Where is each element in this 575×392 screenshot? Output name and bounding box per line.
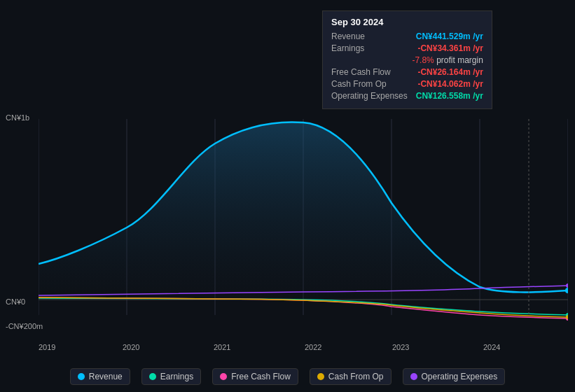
legend-revenue-label: Revenue: [89, 372, 123, 382]
tooltip-box: Sep 30 2024 Revenue CN¥441.529m /yr Earn…: [322, 10, 492, 109]
legend-fcf-dot: [220, 373, 227, 380]
chart-legend: Revenue Earnings Free Cash Flow Cash Fro…: [0, 368, 575, 385]
tooltip-earnings-row: Earnings -CN¥34.361m /yr: [331, 43, 483, 53]
legend-opex-label: Operating Expenses: [422, 372, 498, 382]
earnings-label: Earnings: [331, 43, 364, 53]
yaxis-zero-label: CN¥0: [6, 298, 25, 306]
legend-earnings-dot: [149, 373, 156, 380]
profit-margin-row: -7.8% profit margin: [331, 55, 483, 65]
yaxis-top-label: CN¥1b: [6, 113, 29, 122]
earnings-value: -CN¥34.361m /yr: [417, 43, 483, 53]
tooltip-opex-row: Operating Expenses CN¥126.558m /yr: [331, 91, 483, 101]
cashfromop-value: -CN¥14.062m /yr: [417, 79, 483, 89]
opex-label: Operating Expenses: [331, 91, 408, 101]
svg-point-9: [566, 284, 568, 288]
chart-container: Sep 30 2024 Revenue CN¥441.529m /yr Earn…: [0, 0, 575, 392]
xaxis-2023: 2023: [392, 343, 409, 351]
yaxis-bottom-label: -CN¥200m: [6, 322, 43, 330]
legend-fcf-label: Free Cash Flow: [231, 372, 291, 382]
revenue-value: CN¥441.529m /yr: [416, 31, 483, 41]
legend-fcf[interactable]: Free Cash Flow: [212, 368, 298, 385]
cashfromop-label: Cash From Op: [331, 79, 387, 89]
legend-cashfromop-label: Cash From Op: [328, 372, 384, 382]
legend-opex[interactable]: Operating Expenses: [403, 368, 506, 385]
xaxis-2021: 2021: [214, 343, 230, 351]
tooltip-revenue-row: Revenue CN¥441.529m /yr: [331, 31, 483, 41]
tooltip-fcf-row: Free Cash Flow -CN¥26.164m /yr: [331, 67, 483, 77]
opex-value: CN¥126.558m /yr: [416, 91, 483, 101]
legend-opex-dot: [410, 373, 417, 380]
profit-margin-pct: -7.8%: [412, 55, 434, 65]
legend-revenue[interactable]: Revenue: [70, 368, 130, 385]
tooltip-date: Sep 30 2024: [331, 17, 483, 27]
fcf-label: Free Cash Flow: [331, 67, 391, 77]
xaxis-2024: 2024: [483, 343, 500, 351]
fcf-value: -CN¥26.164m /yr: [417, 67, 483, 77]
revenue-label: Revenue: [331, 31, 365, 41]
xaxis-2020: 2020: [123, 343, 139, 351]
tooltip-cashfromop-row: Cash From Op -CN¥14.062m /yr: [331, 79, 483, 89]
xaxis-2022: 2022: [305, 343, 321, 351]
legend-cashfromop[interactable]: Cash From Op: [310, 368, 392, 385]
xaxis-2019: 2019: [39, 343, 55, 351]
chart-svg: [39, 119, 568, 336]
legend-cashfromop-dot: [317, 373, 324, 380]
legend-earnings[interactable]: Earnings: [141, 368, 201, 385]
legend-revenue-dot: [78, 373, 85, 380]
legend-earnings-label: Earnings: [160, 372, 193, 382]
profit-margin-text: profit margin: [436, 55, 483, 65]
